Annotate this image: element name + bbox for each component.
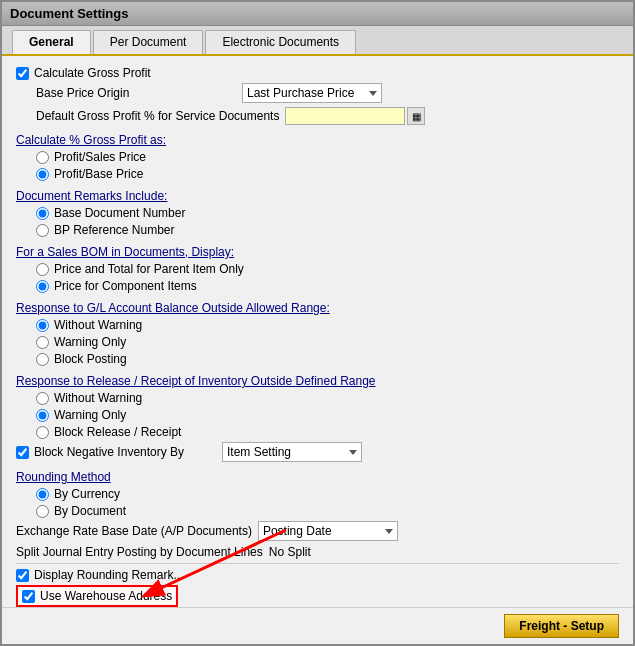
by-document-radio[interactable] (36, 505, 49, 518)
block-release-radio[interactable] (36, 426, 49, 439)
exchange-rate-row: Exchange Rate Base Date (A/P Documents) … (16, 521, 619, 541)
gross-profit-input[interactable] (285, 107, 405, 125)
tab-bar: General Per Document Electronic Document… (2, 26, 633, 56)
bp-reference-row: BP Reference Number (16, 223, 619, 237)
block-posting-row: Block Posting (16, 352, 619, 366)
freight-setup-button[interactable]: Freight - Setup (504, 614, 619, 638)
exchange-rate-value: Posting Date (258, 521, 619, 541)
warning-only-inv-radio[interactable] (36, 409, 49, 422)
block-negative-dropdown[interactable]: Item Setting (222, 442, 362, 462)
without-warning-inv-row: Without Warning (16, 391, 619, 405)
document-settings-window: Document Settings General Per Document E… (0, 0, 635, 646)
use-warehouse-row: Use Warehouse Address (16, 585, 178, 607)
split-journal-label: Split Journal Entry Posting by Document … (16, 545, 263, 559)
rounding-section: Rounding Method (16, 470, 619, 484)
without-warning-gl-radio[interactable] (36, 319, 49, 332)
block-release-row: Block Release / Receipt (16, 425, 619, 439)
without-warning-inv-radio[interactable] (36, 392, 49, 405)
tab-general[interactable]: General (12, 30, 91, 54)
profit-sales-price-radio[interactable] (36, 151, 49, 164)
profit-base-price-radio[interactable] (36, 168, 49, 181)
display-rounding-checkbox[interactable] (16, 569, 29, 582)
bp-reference-radio[interactable] (36, 224, 49, 237)
use-warehouse-checkbox[interactable] (22, 590, 35, 603)
block-posting-radio[interactable] (36, 353, 49, 366)
base-price-origin-dropdown[interactable]: Last Purchase Price (242, 83, 382, 103)
exchange-rate-dropdown-arrow-icon (385, 529, 393, 534)
base-doc-number-radio[interactable] (36, 207, 49, 220)
calculate-gross-profit-label[interactable]: Calculate Gross Profit (16, 66, 151, 80)
default-gross-profit-value: ▦ (285, 107, 619, 125)
tab-per-document[interactable]: Per Document (93, 30, 204, 54)
price-total-parent-row: Price and Total for Parent Item Only (16, 262, 619, 276)
sales-bom-section[interactable]: For a Sales BOM in Documents, Display: (16, 245, 619, 259)
by-currency-radio[interactable] (36, 488, 49, 501)
by-currency-row: By Currency (16, 487, 619, 501)
divider (16, 563, 619, 564)
general-tab-content: Calculate Gross Profit Base Price Origin… (2, 56, 633, 607)
split-journal-row: Split Journal Entry Posting by Document … (16, 545, 619, 559)
by-document-row: By Document (16, 504, 619, 518)
warning-only-gl-row: Warning Only (16, 335, 619, 349)
warning-only-gl-radio[interactable] (36, 336, 49, 349)
block-negative-dropdown-arrow-icon (349, 450, 357, 455)
document-remarks-section[interactable]: Document Remarks Include: (16, 189, 619, 203)
dropdown-arrow-icon (369, 91, 377, 96)
exchange-rate-dropdown[interactable]: Posting Date (258, 521, 398, 541)
base-price-origin-label: Base Price Origin (36, 86, 236, 100)
base-price-origin-row: Base Price Origin Last Purchase Price (16, 83, 619, 103)
block-negative-row: Block Negative Inventory By Item Setting (16, 442, 619, 462)
calculate-gross-profit-row: Calculate Gross Profit (16, 66, 619, 80)
warning-only-inv-row: Warning Only (16, 408, 619, 422)
split-journal-value: No Split (269, 545, 619, 559)
calc-button[interactable]: ▦ (407, 107, 425, 125)
gl-section[interactable]: Response to G/L Account Balance Outside … (16, 301, 619, 315)
inventory-section[interactable]: Response to Release / Receipt of Invento… (16, 374, 619, 388)
price-total-parent-radio[interactable] (36, 263, 49, 276)
base-price-origin-value: Last Purchase Price (242, 83, 619, 103)
display-rounding-row: Display Rounding Remark... (16, 568, 619, 582)
tab-electronic-documents[interactable]: Electronic Documents (205, 30, 356, 54)
calculate-gross-profit-checkbox[interactable] (16, 67, 29, 80)
block-negative-checkbox[interactable] (16, 446, 29, 459)
price-component-radio[interactable] (36, 280, 49, 293)
bottom-bar: Freight - Setup (2, 607, 633, 644)
default-gross-profit-label: Default Gross Profit % for Service Docum… (36, 109, 279, 123)
window-title: Document Settings (10, 6, 128, 21)
calc-gross-profit-section[interactable]: Calculate % Gross Profit as: (16, 133, 619, 147)
profit-base-price-row: Profit/Base Price (16, 167, 619, 181)
base-document-number-row: Base Document Number (16, 206, 619, 220)
block-negative-value: Item Setting (222, 442, 619, 462)
price-component-row: Price for Component Items (16, 279, 619, 293)
default-gross-profit-row: Default Gross Profit % for Service Docum… (16, 107, 619, 125)
profit-sales-price-row: Profit/Sales Price (16, 150, 619, 164)
without-warning-gl-row: Without Warning (16, 318, 619, 332)
title-bar: Document Settings (2, 2, 633, 26)
exchange-rate-label: Exchange Rate Base Date (A/P Documents) (16, 524, 252, 538)
